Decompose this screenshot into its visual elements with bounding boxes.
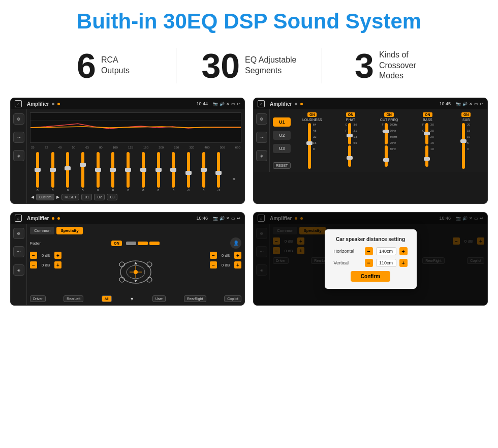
vol-value-3: 0 dB xyxy=(219,253,233,258)
home-icon[interactable]: ⌂ xyxy=(15,100,22,107)
eq-sidebar-btn-3[interactable]: ◈ xyxy=(13,150,24,161)
fader-x-icon: ✕ xyxy=(226,216,230,221)
phat-slider-g[interactable] xyxy=(348,123,351,144)
cross-sidebar-btn-3[interactable]: ◈ xyxy=(256,150,267,161)
tab-specialty[interactable]: Specialty xyxy=(56,227,82,234)
cross-reset-btn[interactable]: RESET xyxy=(273,162,291,169)
eq-slider-10[interactable]: 0 xyxy=(167,152,180,192)
fader-settings-icon[interactable]: 👤 xyxy=(230,237,241,249)
cutfreq-slider-1[interactable] xyxy=(385,123,388,144)
crossover-home-icon[interactable]: ⌂ xyxy=(258,100,265,107)
eq-next-btn[interactable]: ▶ xyxy=(56,195,59,199)
horizontal-plus-btn[interactable]: + xyxy=(399,247,408,255)
u3-btn[interactable]: U3 xyxy=(273,144,291,153)
fader-bar-1 xyxy=(126,242,136,245)
vol-minus-1[interactable]: − xyxy=(30,252,37,259)
eq-slider-12[interactable]: 0 xyxy=(197,152,210,192)
sub-slider[interactable] xyxy=(462,123,465,169)
bass-on-badge[interactable]: ON xyxy=(423,112,432,117)
eq-slider-1[interactable]: 0 xyxy=(31,152,44,192)
loudness-slider[interactable] xyxy=(308,123,311,169)
vol-row-3: − 0 dB + xyxy=(210,252,241,259)
eq-slider-4[interactable]: 5 xyxy=(76,152,89,192)
horizontal-minus-btn[interactable]: − xyxy=(365,247,373,255)
eq-expand-btn[interactable]: » xyxy=(227,176,240,192)
tab-common[interactable]: Common xyxy=(30,227,54,234)
copilot-btn[interactable]: Copilot xyxy=(224,295,241,302)
crossover-main-content: U1 U2 U3 RESET ON LOUDNESS xyxy=(270,109,487,172)
distance-screen: ⌂ Amplifier 10:46 📷 🔊 ✕ ▭ ↩ ⚙ 〜 ◈ Commo xyxy=(253,212,488,306)
u2-btn[interactable]: U2 xyxy=(273,131,291,140)
u1-btn[interactable]: U1 xyxy=(273,117,291,127)
vol-minus-2[interactable]: − xyxy=(30,261,37,268)
sub-on-badge[interactable]: ON xyxy=(461,112,471,117)
bass-slider-1[interactable] xyxy=(425,123,428,144)
freq-63: 63 xyxy=(85,146,89,149)
all-btn[interactable]: All xyxy=(102,295,112,302)
eq-custom-btn[interactable]: Custom xyxy=(36,194,54,200)
svg-point-6 xyxy=(147,262,152,267)
eq-prev-btn[interactable]: ◀ xyxy=(31,195,34,199)
cross-camera-icon: 📷 xyxy=(456,102,461,106)
fader-on-toggle[interactable]: ON xyxy=(111,241,122,246)
fader-sidebar-btn-2[interactable]: 〜 xyxy=(13,246,24,257)
screens-grid: ⌂ Amplifier 10:44 📷 🔊 ✕ ▭ ↩ ⚙ 〜 ◈ xyxy=(0,93,498,316)
cross-sidebar-btn-1[interactable]: ⚙ xyxy=(256,113,267,125)
vol-plus-3[interactable]: + xyxy=(234,252,241,259)
cutfreq-slider-2[interactable] xyxy=(385,145,388,167)
vol-plus-2[interactable]: + xyxy=(54,261,61,268)
rearright-btn[interactable]: RearRight xyxy=(184,295,206,302)
eq-reset-btn[interactable]: RESET xyxy=(61,194,79,200)
right-vol-controls: − 0 dB + − 0 dB + xyxy=(210,252,241,292)
dialog-vertical-row: Vertical − 110cm + xyxy=(334,259,408,267)
vol-row-2: − 0 dB + xyxy=(30,261,61,268)
cross-sidebar-btn-2[interactable]: 〜 xyxy=(256,132,267,143)
eq-slider-11[interactable]: -1 xyxy=(182,152,195,192)
svg-point-8 xyxy=(147,277,152,282)
sub-vals: 20 15 10 5 0 xyxy=(467,123,470,169)
freq-80: 80 xyxy=(99,146,103,149)
vol-plus-4[interactable]: + xyxy=(234,261,241,268)
eq-slider-7[interactable]: 0 xyxy=(121,152,135,192)
vol-minus-4[interactable]: − xyxy=(210,261,217,268)
eq-app-title: Amplifier xyxy=(27,101,49,107)
crossover-controls: ON LOUDNESS 64 48 32 16 0 xyxy=(294,112,484,169)
loudness-on-badge[interactable]: ON xyxy=(307,112,317,117)
eq-main-content: 25 32 40 50 63 80 100 125 160 200 250 32… xyxy=(27,109,244,203)
phat-slider-f[interactable] xyxy=(348,145,351,167)
vol-plus-1[interactable]: + xyxy=(54,252,61,259)
cutfreq-on-badge[interactable]: ON xyxy=(384,112,394,117)
eq-slider-8[interactable]: 0 xyxy=(137,152,150,192)
eq-u2-btn[interactable]: U2 xyxy=(94,194,105,200)
fader-sidebar-btn-3[interactable]: ◈ xyxy=(13,264,24,276)
cross-x-icon: ✕ xyxy=(469,102,473,106)
fader-sidebar-btn-1[interactable]: ⚙ xyxy=(13,228,24,239)
down-arrow-btn[interactable]: ▼ xyxy=(130,296,134,302)
eq-sidebar-btn-2[interactable]: 〜 xyxy=(13,132,24,143)
eq-slider-13[interactable]: -1 xyxy=(212,152,226,192)
eq-u3-btn[interactable]: U3 xyxy=(107,194,117,200)
loudness-col: ON LOUDNESS 64 48 32 16 0 xyxy=(294,112,330,169)
eq-slider-6[interactable]: 0 xyxy=(107,152,120,192)
user-btn[interactable]: User xyxy=(152,295,166,302)
driver-btn[interactable]: Driver xyxy=(30,295,46,302)
eq-slider-3[interactable]: 0 xyxy=(61,152,74,192)
fader-home-icon[interactable]: ⌂ xyxy=(15,215,22,222)
vertical-minus-btn[interactable]: − xyxy=(365,259,373,267)
fader-volume-icon: 🔊 xyxy=(220,216,225,221)
cutfreq-label: CUT FREQ xyxy=(380,118,398,122)
vertical-plus-btn[interactable]: + xyxy=(399,259,408,267)
vol-minus-3[interactable]: − xyxy=(210,252,217,259)
eq-slider-5[interactable]: 0 xyxy=(91,152,105,192)
confirm-button[interactable]: Confirm xyxy=(351,271,390,282)
eq-slider-2[interactable]: 0 xyxy=(46,152,59,192)
crossover-time: 10:45 xyxy=(439,101,451,106)
loudness-vals: 64 48 32 16 0 xyxy=(313,123,317,169)
phat-on-badge[interactable]: ON xyxy=(346,112,356,117)
eq-sidebar-btn-1[interactable]: ⚙ xyxy=(13,113,24,125)
horizontal-value: 140cm xyxy=(376,247,396,255)
bass-slider-2[interactable] xyxy=(425,145,428,167)
rearleft-btn[interactable]: RearLeft xyxy=(64,295,83,302)
eq-slider-9[interactable]: 0 xyxy=(152,152,165,192)
eq-u1-btn[interactable]: U1 xyxy=(81,194,92,200)
